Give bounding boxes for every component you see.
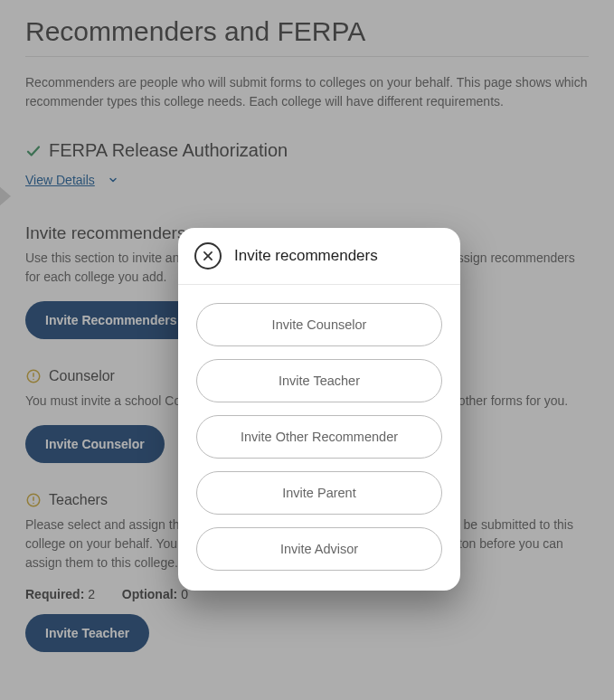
close-icon xyxy=(202,250,214,262)
modal-body: Invite Counselor Invite Teacher Invite O… xyxy=(178,285,460,591)
close-button[interactable] xyxy=(194,242,222,270)
modal-invite-parent-button[interactable]: Invite Parent xyxy=(196,471,442,515)
modal-invite-teacher-button[interactable]: Invite Teacher xyxy=(196,359,442,402)
modal-invite-advisor-button[interactable]: Invite Advisor xyxy=(196,527,442,571)
modal-invite-counselor-button[interactable]: Invite Counselor xyxy=(196,303,442,346)
invite-recommenders-modal: Invite recommenders Invite Counselor Inv… xyxy=(178,228,460,591)
modal-header: Invite recommenders xyxy=(178,228,460,285)
modal-title: Invite recommenders xyxy=(234,247,378,265)
modal-invite-other-recommender-button[interactable]: Invite Other Recommender xyxy=(196,415,442,459)
